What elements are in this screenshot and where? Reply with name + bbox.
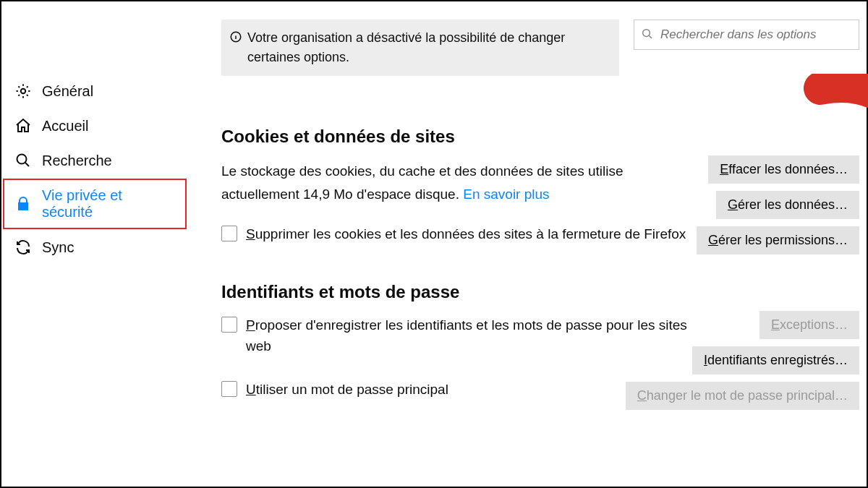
sidebar-item-label: Accueil	[42, 118, 88, 134]
sidebar-item-label: Général	[42, 83, 93, 100]
svg-point-1	[17, 155, 27, 164]
search-icon	[641, 27, 654, 40]
sidebar-item-label: Vie privée et sécurité	[42, 187, 175, 221]
delete-on-close-checkbox[interactable]	[221, 226, 237, 241]
section-title: Identifiants et mots de passe	[221, 282, 859, 302]
sync-icon	[14, 239, 32, 256]
sidebar-item-home[interactable]: Accueil	[1, 108, 191, 143]
learn-more-link[interactable]: En savoir plus	[463, 187, 549, 202]
clear-data-button[interactable]: Effacer les données…	[708, 155, 859, 184]
change-master-password-button[interactable]: Changer le mot de passe principal…	[626, 382, 859, 410]
sidebar-item-label: Recherche	[42, 153, 112, 169]
master-password-checkbox[interactable]	[221, 381, 237, 397]
section-logins: Identifiants et mots de passe Proposer d…	[221, 282, 859, 401]
main-content: Votre organisation a désactivé la possib…	[191, 1, 867, 487]
saved-logins-button[interactable]: Identifiants enregistrés…	[692, 346, 859, 374]
banner-text: Votre organisation a désactivé la possib…	[247, 28, 609, 67]
sidebar-item-label: Sync	[42, 239, 74, 256]
sidebar-item-privacy[interactable]: Vie privée et sécurité	[3, 179, 187, 229]
exceptions-button[interactable]: Exceptions…	[760, 311, 859, 339]
sidebar-item-general[interactable]: Général	[1, 74, 191, 108]
lock-icon	[14, 195, 32, 213]
gear-icon	[14, 82, 32, 100]
checkbox-label: Supprimer les cookies et les données des…	[246, 224, 686, 245]
policy-banner: Votre organisation a désactivé la possib…	[221, 20, 619, 76]
sidebar-item-search[interactable]: Recherche	[1, 143, 191, 178]
search-icon	[14, 152, 32, 169]
info-icon	[229, 30, 243, 44]
section-title: Cookies et données de sites	[221, 127, 859, 147]
save-logins-checkbox[interactable]	[221, 317, 237, 333]
search-input[interactable]	[634, 20, 859, 50]
svg-point-0	[21, 89, 25, 93]
manage-data-button[interactable]: Gérer les données…	[716, 191, 859, 219]
home-icon	[14, 117, 32, 134]
cookies-description: Le stockage des cookies, du cache et des…	[221, 160, 684, 207]
checkbox-label: Utiliser un mot de passe principal	[246, 380, 448, 401]
section-cookies: Cookies et données de sites Le stockage …	[221, 127, 859, 244]
sidebar-item-sync[interactable]: Sync	[1, 230, 191, 265]
manage-permissions-button[interactable]: Gérer les permissions…	[697, 226, 859, 254]
sidebar: Général Accueil Recherche Vie privée et …	[1, 1, 191, 487]
svg-point-3	[643, 30, 650, 37]
